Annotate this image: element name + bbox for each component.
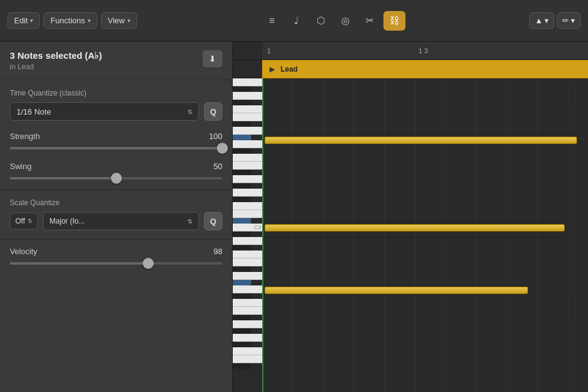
piano-white-key[interactable]	[233, 334, 262, 342]
midi-icon-button[interactable]: ♩	[285, 11, 307, 31]
track-play-button[interactable]: ▶	[267, 64, 277, 74]
piano-black-key[interactable]	[233, 197, 251, 202]
piano-white-key[interactable]	[233, 258, 262, 266]
ruler-mark-1: 1	[267, 47, 271, 55]
strength-thumb[interactable]	[217, 143, 228, 154]
piano-white-key[interactable]	[233, 210, 262, 218]
track-header-row: ▶ Lead	[233, 60, 588, 78]
panel-title-area: 3 Notes selected (A♭) in Lead	[10, 50, 102, 71]
functions-label: Functions	[50, 16, 85, 25]
pencil-tool-button[interactable]: ✏ ▾	[557, 12, 581, 29]
swing-thumb[interactable]	[111, 173, 122, 184]
edit-label: Edit	[14, 16, 28, 25]
piano-white-key[interactable]	[233, 154, 262, 162]
pencil-chevron-icon: ▾	[571, 16, 575, 25]
piano-white-key[interactable]	[233, 202, 262, 210]
piano-black-key-highlight[interactable]	[233, 135, 251, 140]
piano-white-key[interactable]	[233, 140, 262, 148]
piano-keys: .pk-row { display: flex; flex-direction:…	[233, 78, 262, 392]
note-bar-1[interactable]	[265, 137, 577, 144]
piano-black-key[interactable]	[233, 363, 251, 369]
swing-value: 50	[214, 162, 222, 171]
time-quantize-row: 1/16 Note ⇅ Q	[10, 102, 222, 121]
piano-black-key[interactable]	[233, 183, 251, 189]
track-header: ▶ Lead	[262, 60, 588, 78]
note-bar-3[interactable]	[265, 287, 528, 294]
piano-black-key[interactable]	[233, 293, 251, 299]
scale-type-select[interactable]: Major (Io... ⇅	[43, 212, 199, 230]
piano-c3-key[interactable]: C3	[233, 224, 262, 232]
equalizer-icon-button[interactable]: ≡	[261, 11, 283, 31]
note-value-arrows: ⇅	[187, 108, 192, 115]
scale-quantize-label: Scale Quantize	[10, 198, 222, 207]
piano-white-key[interactable]	[233, 285, 262, 293]
quantize-button[interactable]: Q	[204, 102, 222, 121]
piano-black-key[interactable]	[233, 342, 251, 347]
note-value-select[interactable]: 1/16 Note ⇅	[10, 102, 199, 121]
edit-menu-button[interactable]: Edit ▾	[7, 12, 40, 29]
strength-slider[interactable]	[10, 147, 222, 149]
note-bar-2[interactable]	[265, 224, 565, 232]
piano-black-key[interactable]	[233, 121, 251, 127]
view-menu-button[interactable]: View ▾	[101, 12, 137, 29]
scale-type-text: Major (Io...	[50, 217, 85, 225]
functions-menu-button[interactable]: Functions ▾	[43, 12, 97, 29]
scale-off-arrows: ⇅	[28, 218, 32, 224]
velocity-slider[interactable]	[10, 262, 222, 265]
piano-black-key[interactable]	[233, 328, 251, 334]
piano-white-key[interactable]	[233, 320, 262, 328]
piano-black-key[interactable]	[233, 86, 251, 92]
velocity-label: Velocity	[10, 247, 37, 256]
piano-black-key[interactable]	[233, 170, 251, 175]
main-layout: 3 Notes selected (A♭) in Lead ⬇ Time Qua…	[0, 42, 588, 392]
pencil-icon: ✏	[562, 16, 569, 25]
piano-black-key-highlight[interactable]	[233, 218, 251, 224]
swing-slider[interactable]	[10, 177, 222, 179]
piano-white-key[interactable]	[233, 113, 262, 121]
midi2-icon-button[interactable]: ◎	[334, 11, 356, 31]
piano-black-key[interactable]	[233, 315, 251, 320]
pointer-icon: ▲	[535, 16, 543, 25]
scale-off-text: Off	[15, 217, 25, 225]
left-panel: 3 Notes selected (A♭) in Lead ⬇ Time Qua…	[0, 42, 233, 392]
piano-black-key[interactable]	[233, 232, 251, 237]
pointer-tool-button[interactable]: ▲ ▾	[529, 12, 554, 29]
strength-label: Strength	[10, 132, 40, 141]
note-value-text: 1/16 Note	[17, 107, 51, 116]
strength-header: Strength 100	[10, 132, 222, 141]
piano-white-key[interactable]	[233, 355, 262, 363]
ruler-mark-2: 1 3	[418, 47, 428, 55]
piano-black-key[interactable]	[233, 245, 251, 251]
scissors-icon-button[interactable]: ✂	[359, 11, 381, 31]
selection-subtitle: in Lead	[10, 62, 102, 71]
divider-3	[0, 239, 232, 239]
piano-key-list: C3	[233, 78, 262, 392]
piano-white-key[interactable]	[233, 92, 262, 100]
piano-black-key[interactable]	[233, 148, 251, 154]
top-bar: Edit ▾ Functions ▾ View ▾ ≡ ♩ ⬡ ◎ ✂ ⛓ ▲ …	[0, 0, 588, 42]
piano-white-key[interactable]	[233, 127, 262, 135]
piano-black-key[interactable]	[233, 100, 251, 105]
piano-white-key[interactable]	[233, 162, 262, 170]
piano-black-key[interactable]	[233, 266, 251, 272]
piano-white-key[interactable]	[233, 347, 262, 355]
scale-off-select[interactable]: Off ⇅	[10, 213, 38, 230]
piano-white-key[interactable]	[233, 78, 262, 86]
velocity-value: 98	[214, 247, 222, 256]
time-quantize-section: Time Quantize (classic) 1/16 Note ⇅ Q	[0, 83, 232, 127]
piano-white-key[interactable]	[233, 272, 262, 280]
piano-black-key-highlight[interactable]	[233, 280, 251, 285]
piano-white-key[interactable]	[233, 105, 262, 113]
piano-white-key[interactable]	[233, 189, 262, 197]
piano-white-key[interactable]	[233, 299, 262, 307]
download-button[interactable]: ⬇	[203, 50, 222, 67]
scale-quantize-button[interactable]: Q	[204, 212, 222, 230]
functions-chevron-icon: ▾	[88, 17, 91, 24]
velocity-thumb[interactable]	[143, 258, 154, 269]
piano-white-key[interactable]	[233, 251, 262, 258]
piano-white-key[interactable]	[233, 237, 262, 245]
piano-white-key[interactable]	[233, 307, 262, 315]
controller-icon-button[interactable]: ⬡	[310, 11, 332, 31]
piano-white-key[interactable]	[233, 175, 262, 183]
link-icon-button[interactable]: ⛓	[383, 11, 405, 31]
